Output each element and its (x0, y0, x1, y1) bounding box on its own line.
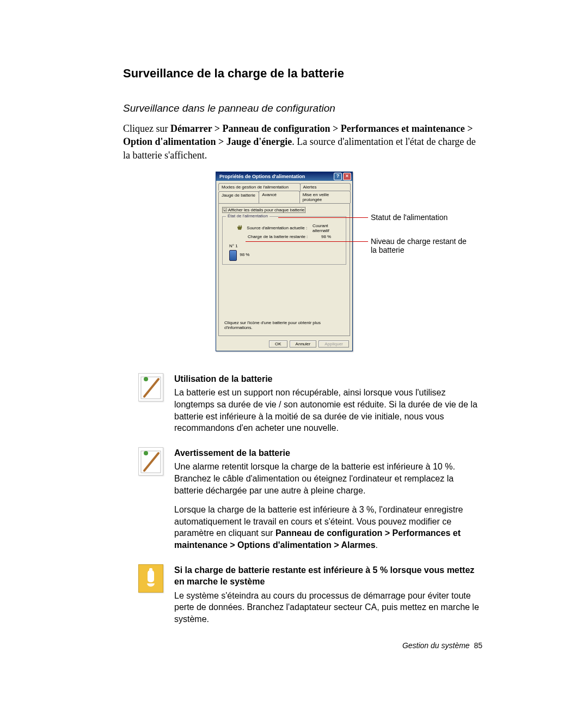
note-title: Avertissement de la batterie (174, 447, 481, 459)
battery-icon[interactable] (229, 250, 237, 261)
dialog-panel: ☑ Afficher les détails pour chaque batte… (218, 203, 350, 336)
intro-paragraph: Cliquez sur Démarrer > Panneau de config… (123, 122, 482, 162)
note-warning: Avertissement de la batterie Une alarme … (138, 447, 481, 551)
note-icon (138, 447, 163, 476)
note-extra: Lorsque la charge de la batterie est inf… (174, 504, 481, 551)
charge-label: Charge de la batterie restante : (248, 234, 321, 239)
dialog-screenshot-wrap: Propriétés de Options d'alimentation ? ×… (216, 172, 474, 351)
source-label: Source d'alimentation actuelle : (247, 226, 313, 230)
source-value: Courant alternatif (313, 223, 342, 233)
note-text: Une alarme retentit lorsque la charge de… (174, 461, 481, 496)
detail-checkbox[interactable]: ☑ Afficher les détails pour chaque batte… (222, 207, 305, 213)
dialog-button-row: OK Annuler Appliquer (216, 338, 352, 351)
tab-veille[interactable]: Mise en veille prolongée (299, 191, 351, 203)
svg-rect-4 (148, 570, 154, 582)
dialog-tabs: Modes de gestion de l'alimentation Alert… (218, 183, 350, 203)
intro-prefix: Cliquez sur (123, 123, 170, 134)
page-footer: Gestion du système 85 (402, 641, 482, 650)
ok-button[interactable]: OK (269, 340, 287, 348)
battery-number: N° 1 (229, 243, 342, 248)
close-button[interactable]: × (343, 173, 351, 180)
tab-modes[interactable]: Modes de gestion de l'alimentation (218, 183, 301, 191)
note-title: Si la charge de batterie restante est in… (174, 564, 481, 588)
note-lowcharge: Si la charge de batterie restante est in… (138, 564, 481, 625)
note-title: Utilisation de la batterie (174, 373, 481, 385)
callout-level: Niveau de charge restant de la batterie (371, 237, 474, 254)
svg-rect-5 (149, 568, 152, 571)
callout-line-status (278, 217, 368, 218)
note-text: La batterie est un support non récupérab… (174, 387, 481, 434)
dialog-window: Propriétés de Options d'alimentation ? ×… (216, 172, 353, 351)
footer-page: 85 (474, 641, 482, 650)
fieldset-legend: État de l'alimentation (226, 214, 270, 218)
power-state-fieldset: État de l'alimentation Source d'alimenta… (222, 216, 346, 265)
note-text: Le système s'éteindra au cours du proces… (174, 590, 481, 625)
apply-button[interactable]: Appliquer (318, 340, 349, 348)
note-icon (138, 373, 163, 401)
tab-alertes[interactable]: Alertes (300, 183, 351, 191)
svg-point-3 (144, 451, 148, 455)
subheading: Surveillance dans le panneau de configur… (123, 102, 482, 114)
dialog-title: Propriétés de Options d'alimentation (219, 174, 305, 179)
footer-section: Gestion du système (402, 641, 470, 650)
note-usage: Utilisation de la batterie La batterie e… (138, 373, 481, 434)
cancel-button[interactable]: Annuler (290, 340, 317, 348)
dialog-hint: Cliquez sur l'icône d'une batterie pour … (224, 320, 350, 330)
page-title: Surveillance de la charge de la batterie (123, 66, 482, 81)
charge-value: 98 % (321, 234, 331, 239)
help-button[interactable]: ? (334, 173, 342, 180)
callout-line-level (246, 241, 368, 242)
page: Surveillance de la charge de la batterie… (123, 66, 482, 625)
warning-icon (138, 564, 163, 593)
battery-percent: 98 % (240, 252, 249, 257)
tab-jauge[interactable]: Jauge de batterie (218, 191, 259, 204)
tab-avance[interactable]: Avancé (259, 191, 299, 203)
svg-point-1 (144, 377, 148, 381)
dialog-titlebar: Propriétés de Options d'alimentation ? × (216, 172, 352, 181)
plug-icon (236, 224, 243, 233)
callout-status: Statut de l'alimentation (371, 213, 448, 222)
